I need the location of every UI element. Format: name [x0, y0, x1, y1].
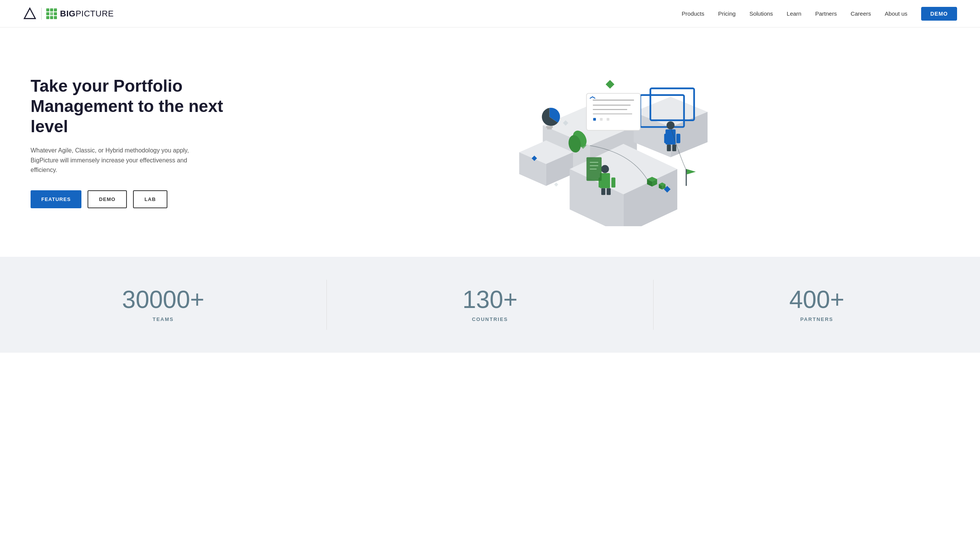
- stat-teams: 30000+ TEAMS: [0, 280, 327, 330]
- svg-marker-30: [554, 183, 558, 187]
- svg-rect-43: [667, 144, 671, 151]
- logo-text: BIGPICTURE: [60, 9, 114, 19]
- nav-careers[interactable]: Careers: [850, 10, 871, 17]
- nav-products[interactable]: Products: [682, 10, 704, 17]
- svg-marker-26: [606, 80, 615, 89]
- nav-menu: Products Pricing Solutions Learn Partner…: [682, 7, 957, 21]
- svg-rect-24: [546, 126, 553, 128]
- nav-about[interactable]: About us: [885, 10, 907, 17]
- svg-rect-36: [612, 177, 616, 187]
- stat-partners-label: PARTNERS: [677, 316, 957, 322]
- hero-description: Whatever Agile, Classic, or Hybrid metho…: [31, 146, 214, 175]
- svg-rect-44: [672, 144, 677, 151]
- nav-partners[interactable]: Partners: [815, 10, 837, 17]
- hero-content: Take your Portfolio Management to the ne…: [31, 76, 229, 208]
- features-button[interactable]: FEATURES: [31, 190, 81, 208]
- svg-rect-20: [593, 118, 596, 121]
- svg-rect-42: [676, 134, 680, 143]
- stat-partners: 400+ PARTNERS: [654, 280, 980, 330]
- svg-rect-15: [586, 93, 640, 130]
- svg-point-39: [667, 121, 675, 129]
- svg-rect-22: [607, 118, 609, 121]
- logo-divider: [41, 8, 42, 20]
- demo-button[interactable]: DEMO: [88, 190, 127, 208]
- header-demo-button[interactable]: DEMO: [921, 7, 957, 21]
- svg-rect-37: [601, 188, 605, 195]
- stat-partners-number: 400+: [677, 287, 957, 312]
- svg-point-33: [601, 165, 609, 173]
- stat-countries-number: 130+: [350, 287, 630, 312]
- svg-rect-57: [686, 169, 687, 186]
- svg-rect-21: [600, 118, 603, 121]
- lab-button[interactable]: LAB: [133, 190, 167, 208]
- logo-bigpicture: BIGPICTURE: [46, 8, 114, 19]
- stat-teams-number: 30000+: [23, 287, 303, 312]
- stat-countries-label: COUNTRIES: [350, 316, 630, 322]
- nav-solutions[interactable]: Solutions: [750, 10, 773, 17]
- hero-section: Take your Portfolio Management to the ne…: [0, 28, 980, 257]
- svg-marker-0: [24, 8, 36, 18]
- header: BIGPICTURE Products Pricing Solutions Le…: [0, 0, 980, 28]
- nav-pricing[interactable]: Pricing: [718, 10, 736, 17]
- hero-illustration: [229, 58, 957, 226]
- stat-countries: 130+ COUNTRIES: [327, 280, 654, 330]
- grid-icon: [46, 8, 57, 19]
- svg-rect-41: [664, 134, 668, 143]
- nav-learn[interactable]: Learn: [787, 10, 801, 17]
- logo-area: BIGPICTURE: [23, 7, 114, 21]
- svg-marker-58: [687, 169, 696, 174]
- svg-rect-38: [607, 188, 611, 195]
- svg-rect-25: [547, 128, 552, 130]
- hero-title: Take your Portfolio Management to the ne…: [31, 76, 229, 136]
- stats-section: 30000+ TEAMS 130+ COUNTRIES 400+ PARTNER…: [0, 257, 980, 353]
- stat-teams-label: TEAMS: [23, 316, 303, 322]
- triangle-icon: [23, 7, 37, 21]
- hero-buttons: FEATURES DEMO LAB: [31, 190, 229, 208]
